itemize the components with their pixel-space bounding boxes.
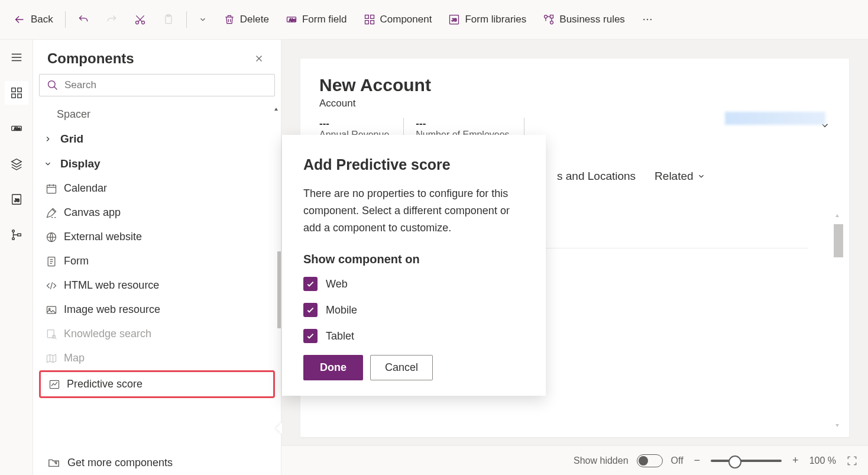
scrollbar-thumb[interactable] xyxy=(277,251,281,328)
tree-group-grid[interactable]: Grid xyxy=(38,127,276,151)
panel-close-button[interactable] xyxy=(251,51,267,66)
redo-icon xyxy=(106,14,118,25)
tree-item-calendar[interactable]: Calendar xyxy=(38,176,276,201)
cut-button[interactable] xyxy=(127,9,153,30)
component-button[interactable]: Component xyxy=(357,9,439,30)
rail-field-button[interactable]: Abc xyxy=(5,117,28,140)
tree-group-display[interactable]: Display xyxy=(38,151,276,176)
checkbox-web[interactable] xyxy=(303,277,318,291)
svg-rect-6 xyxy=(365,15,368,19)
back-label: Back xyxy=(31,14,53,25)
tab-locations[interactable]: s and Locations xyxy=(557,170,636,183)
rail-tree-button[interactable] xyxy=(5,223,28,247)
tablet-label: Tablet xyxy=(326,330,354,342)
show-hidden-toggle[interactable] xyxy=(637,454,663,467)
components-tree[interactable]: Spacer Grid Display Cale xyxy=(33,102,281,450)
rail-layers-button[interactable] xyxy=(5,152,28,176)
component-label: Component xyxy=(380,14,432,25)
checkbox-row-tablet: Tablet xyxy=(303,329,524,343)
rail-js-button[interactable]: JS xyxy=(5,188,28,211)
cancel-button[interactable]: Cancel xyxy=(370,355,433,380)
dialog-section-title: Show component on xyxy=(303,253,524,266)
checkbox-tablet[interactable] xyxy=(303,329,318,343)
bottom-status-bar: Show hidden Off − + 100 % xyxy=(281,445,868,475)
dialog-actions: Done Cancel xyxy=(303,355,524,380)
cut-icon xyxy=(134,14,146,25)
tree-item-form[interactable]: Form xyxy=(38,249,276,273)
tree-item-image-resource[interactable]: Image web resource xyxy=(38,298,276,322)
js-icon: JS xyxy=(448,14,460,25)
form-icon xyxy=(45,256,58,267)
scroll-up-arrow[interactable] xyxy=(273,106,280,113)
zoom-out-button[interactable]: − xyxy=(692,452,703,469)
tab-related[interactable]: Related xyxy=(655,170,705,183)
tree-item-map: Map xyxy=(38,346,276,370)
svg-rect-20 xyxy=(11,94,15,98)
dialog-description: There are no properties to configure for… xyxy=(303,185,524,236)
tree-item-spacer[interactable]: Spacer xyxy=(38,102,276,127)
component-icon xyxy=(364,14,375,25)
get-more-button[interactable]: Get more components xyxy=(47,456,267,469)
more-icon xyxy=(642,14,653,25)
hamburger-icon xyxy=(10,51,23,64)
left-icon-rail: Abc JS xyxy=(0,40,33,475)
form-field-button[interactable]: Abc Form field xyxy=(278,9,354,30)
canvas-scroll-up[interactable] xyxy=(834,212,841,219)
highlighted-item: Predictive score xyxy=(39,370,275,398)
svg-text:JS: JS xyxy=(14,198,20,203)
tree-item-predictive-score[interactable]: Predictive score xyxy=(41,372,273,396)
svg-point-29 xyxy=(48,81,56,88)
business-rules-button[interactable]: Business rules xyxy=(536,9,632,30)
svg-rect-19 xyxy=(17,88,21,92)
tree-item-knowledge-search: Knowledge search xyxy=(38,322,276,346)
zoom-slider[interactable] xyxy=(711,460,782,462)
form-label: Form xyxy=(64,255,89,267)
svg-text:Abc: Abc xyxy=(289,18,296,22)
globe-icon xyxy=(45,231,58,243)
rail-components-button[interactable] xyxy=(5,81,28,105)
svg-rect-21 xyxy=(17,94,21,98)
delete-button[interactable]: Delete xyxy=(216,9,276,30)
svg-point-27 xyxy=(12,238,14,240)
html-resource-label: HTML web resource xyxy=(64,279,159,292)
top-toolbar: Back Delete Abc Form field xyxy=(0,0,868,40)
svg-rect-7 xyxy=(370,15,374,19)
display-label: Display xyxy=(60,157,101,170)
employees-value: --- xyxy=(416,118,509,130)
folder-arrow-icon xyxy=(47,456,60,469)
undo-button[interactable] xyxy=(70,9,96,30)
hamburger-button[interactable] xyxy=(5,46,28,69)
paste-dropdown[interactable] xyxy=(192,11,214,28)
back-button[interactable]: Back xyxy=(6,8,60,31)
tree-item-canvas-app[interactable]: Canvas app xyxy=(38,201,276,225)
svg-text:JS: JS xyxy=(452,17,457,22)
search-input-container[interactable] xyxy=(39,74,275,96)
spacer-label: Spacer xyxy=(57,108,90,121)
canvas-scroll-down[interactable] xyxy=(834,422,841,429)
checkbox-mobile[interactable] xyxy=(303,303,318,317)
done-button[interactable]: Done xyxy=(303,355,363,380)
checkbox-row-web: Web xyxy=(303,277,524,291)
doc-search-icon xyxy=(45,328,58,340)
tree-item-html-resource[interactable]: HTML web resource xyxy=(38,273,276,298)
form-title: New Account xyxy=(319,75,830,95)
canvas-scrollbar-thumb[interactable] xyxy=(834,224,843,257)
form-field-icon: Abc xyxy=(286,14,297,25)
paste-button xyxy=(156,9,182,30)
chevron-down-icon xyxy=(199,15,207,24)
more-button[interactable] xyxy=(634,9,660,30)
tree-item-external-website[interactable]: External website xyxy=(38,225,276,249)
grid-icon xyxy=(10,86,23,99)
zoom-in-button[interactable]: + xyxy=(790,452,801,469)
get-more-label: Get more components xyxy=(67,457,173,469)
separator xyxy=(65,11,66,28)
form-libraries-button[interactable]: JS Form libraries xyxy=(441,9,533,30)
pen-icon xyxy=(45,207,58,219)
calendar-label: Calendar xyxy=(64,182,107,195)
flow-icon xyxy=(543,14,555,25)
svg-rect-18 xyxy=(11,88,15,92)
svg-point-13 xyxy=(550,21,553,24)
search-input[interactable] xyxy=(64,79,267,91)
fit-button[interactable] xyxy=(844,453,860,468)
calendar-icon xyxy=(45,183,58,195)
